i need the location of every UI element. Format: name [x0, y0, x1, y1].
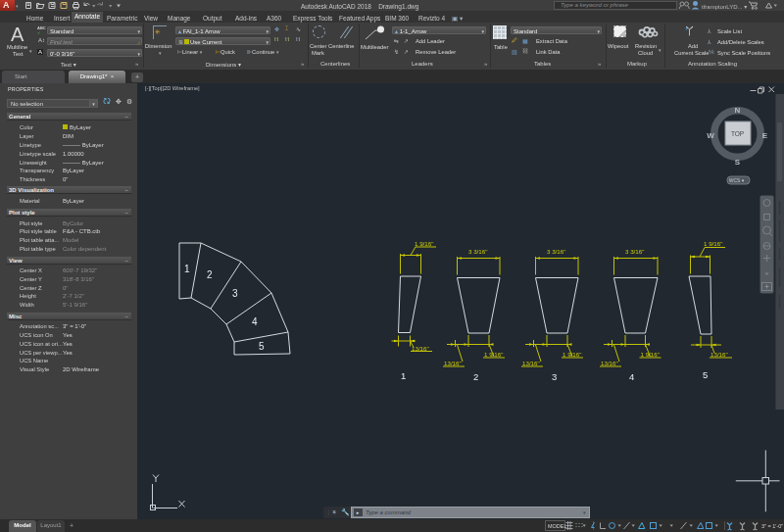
svg-text:3 3/16": 3 3/16"	[547, 248, 565, 255]
svg-text:13/16": 13/16"	[522, 360, 540, 366]
svg-text:5: 5	[259, 341, 265, 352]
svg-text:S: S	[735, 158, 741, 167]
svg-text:13/16": 13/16"	[444, 360, 462, 366]
svg-text:TOP: TOP	[731, 130, 744, 137]
svg-text:E: E	[762, 131, 768, 140]
svg-text:4: 4	[252, 316, 258, 327]
svg-text:3: 3	[232, 288, 238, 299]
svg-text:13/16": 13/16"	[412, 345, 429, 352]
svg-text:3 3/16": 3 3/16"	[625, 248, 644, 255]
svg-text:1 9/16": 1 9/16"	[484, 351, 503, 358]
svg-text:13/16": 13/16"	[601, 360, 618, 366]
svg-text:1 9/16": 1 9/16"	[415, 240, 433, 247]
svg-text:2: 2	[207, 269, 213, 280]
svg-text:4: 4	[629, 371, 634, 382]
svg-text:WCS ▾: WCS ▾	[729, 177, 745, 183]
svg-text:N: N	[735, 106, 741, 115]
svg-text:3: 3	[552, 371, 557, 382]
svg-text:W: W	[707, 131, 714, 140]
svg-text:13/16": 13/16"	[710, 351, 728, 358]
svg-text:2: 2	[473, 371, 478, 382]
svg-text:1: 1	[184, 264, 190, 274]
svg-text:1 9/16": 1 9/16"	[563, 351, 581, 358]
svg-text:1 9/16": 1 9/16"	[641, 351, 660, 358]
svg-text:1: 1	[401, 370, 406, 381]
svg-text:5: 5	[703, 369, 708, 380]
svg-text:1 9/16": 1 9/16"	[704, 240, 722, 247]
svg-text:3 3/16": 3 3/16"	[468, 248, 487, 255]
